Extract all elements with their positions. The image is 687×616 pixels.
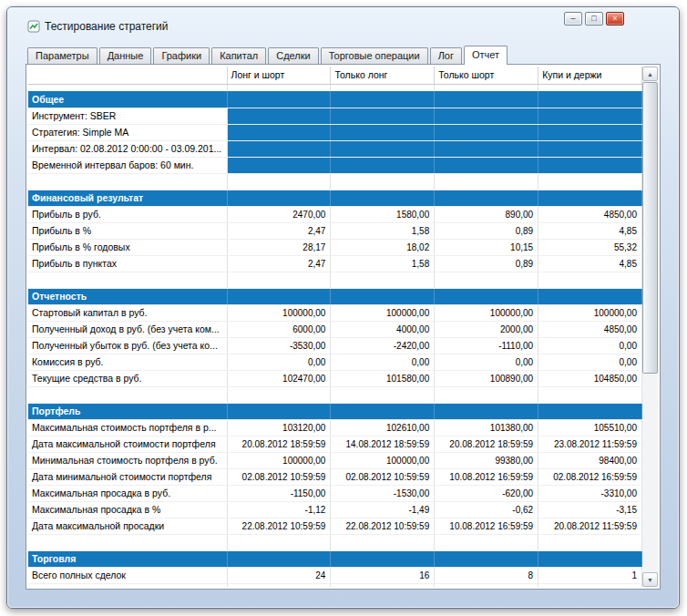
tab-torgovye-operatsii[interactable]: Торговые операции (321, 47, 428, 64)
row-value: 101380,00 (435, 419, 538, 436)
section-cell (227, 288, 331, 304)
row-label: Инструмент: SBER (28, 108, 227, 124)
scroll-up-icon[interactable]: ▲ (642, 67, 658, 81)
section-cell (435, 91, 538, 108)
tab-dannye[interactable]: Данные (99, 47, 152, 64)
section-title: Отчетность (28, 288, 227, 304)
row-value (331, 108, 435, 124)
row-value: 2000,00 (435, 321, 538, 337)
vertical-scrollbar[interactable]: ▲ ▼ (642, 67, 658, 587)
section-cell (331, 190, 435, 206)
row-label: Всего полных сделок (28, 567, 227, 583)
row-label: Максимальная просадка в % (28, 501, 227, 518)
row-value: 20.08.2012 18:59:59 (435, 436, 538, 452)
row-value: 28,17 (227, 239, 331, 255)
row-value: -3310,00 (538, 485, 642, 501)
section-cell (331, 91, 435, 108)
row-value: 10,15 (435, 239, 538, 255)
row-value: 55,32 (538, 239, 642, 255)
row-value: 1580,00 (331, 206, 435, 222)
row-label: Максимальная просадка в руб. (28, 485, 227, 501)
report-table: Лонг и шортТолько лонгТолько шортКупи и … (28, 67, 642, 587)
spacer-cell (435, 386, 538, 403)
row-value: 4,85 (538, 255, 642, 272)
close-button[interactable]: × (606, 12, 624, 26)
row-value: 2,47 (227, 222, 331, 239)
maximize-button[interactable]: □ (585, 12, 603, 26)
column-header: Лонг и шорт (227, 67, 331, 84)
section-cell (538, 550, 642, 567)
row-label: Комиссия в руб. (28, 354, 227, 370)
row-value: 103120,00 (227, 419, 331, 436)
row-value: 4850,00 (538, 321, 642, 337)
section-title: Финансовый результат (28, 190, 227, 206)
section-cell (538, 288, 642, 304)
spacer-cell (538, 173, 642, 190)
scroll-down-icon[interactable]: ▼ (642, 572, 658, 587)
row-value (227, 124, 331, 140)
row-value: (12/12) 1,00 (227, 583, 331, 587)
row-value: 100000,00 (435, 304, 538, 321)
column-header-blank (28, 67, 227, 84)
spacer-cell (28, 534, 227, 550)
tab-sdelki[interactable]: Сделки (268, 47, 319, 64)
row-value: 22.08.2012 10:59:59 (227, 518, 331, 534)
app-window: Тестирование стратегий – □ × ПараметрыДа… (6, 6, 680, 609)
minimize-button[interactable]: – (564, 12, 582, 26)
row-value: 0,00 (435, 354, 538, 370)
row-value (435, 124, 538, 140)
row-value (227, 157, 331, 173)
row-label: Прибыль в пунктах (28, 255, 227, 272)
tab-kapital[interactable]: Капитал (211, 47, 266, 64)
column-header: Купи и держи (538, 67, 642, 84)
tab-log[interactable]: Лог (430, 47, 462, 64)
row-label: Дата максимальной просадки (28, 518, 227, 534)
tab-grafiki[interactable]: Графики (153, 47, 210, 64)
report-grid: Лонг и шортТолько лонгТолько шортКупи и … (28, 67, 642, 587)
row-value: 100000,00 (331, 452, 435, 468)
row-value: -1150,00 (227, 485, 331, 501)
section-cell (331, 288, 435, 304)
titlebar[interactable]: Тестирование стратегий – □ × (7, 7, 679, 40)
row-value (538, 157, 642, 173)
row-value: -1530,00 (331, 485, 435, 501)
row-value: (4/4) 1,00 (435, 583, 538, 587)
spacer-cell (435, 272, 538, 288)
row-value (227, 140, 331, 157)
spacer-cell (227, 84, 331, 91)
row-value (435, 157, 538, 173)
row-value: 99380,00 (435, 452, 538, 468)
row-value: 0,00 (538, 337, 642, 354)
row-value: -1,49 (331, 501, 435, 518)
row-value: 2470,00 (227, 206, 331, 222)
row-value: 0,00 (227, 354, 331, 370)
row-value: 02.08.2012 10:59:59 (227, 468, 331, 485)
row-value: 98400,00 (538, 452, 642, 468)
spacer-cell (331, 173, 435, 190)
section-cell (538, 403, 642, 419)
row-value: 2,47 (227, 255, 331, 272)
row-label: Прибыль в руб. (28, 206, 227, 222)
section-cell (538, 91, 642, 108)
spacer-cell (331, 84, 435, 91)
row-value: -1,12 (227, 501, 331, 518)
row-value (538, 108, 642, 124)
row-label: Дата максимальной стоимости портфеля (28, 436, 227, 452)
spacer-cell (227, 534, 331, 550)
scroll-thumb[interactable] (642, 82, 658, 374)
tab-parametry[interactable]: Параметры (27, 47, 97, 64)
row-value: -0,62 (435, 501, 538, 518)
tab-otchet[interactable]: Отчет (464, 46, 508, 65)
spacer-cell (227, 173, 331, 190)
row-value: 02.08.2012 10:59:59 (331, 468, 435, 485)
row-value (538, 140, 642, 157)
spacer-cell (227, 386, 331, 403)
row-value: 10.08.2012 16:59:59 (435, 468, 538, 485)
row-value: -2420,00 (331, 337, 435, 354)
row-value: 101580,00 (331, 370, 435, 386)
row-label: Прибыльных /Убыточных ... (28, 583, 227, 587)
column-header: Только шорт (435, 67, 538, 84)
row-value: 890,00 (435, 206, 538, 222)
row-value: 4,85 (538, 222, 642, 239)
section-cell (331, 403, 435, 419)
